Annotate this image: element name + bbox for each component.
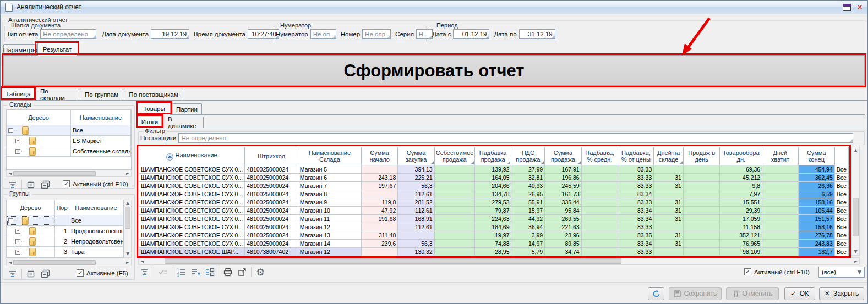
table-cell[interactable]: ШАМПАНСКОЕ СОВЕТСКОЕ СУХ 0... (139, 215, 245, 223)
tree-row[interactable]: +··2Непродовольтсвенные (7, 236, 123, 247)
table-cell[interactable]: 26,95 (511, 190, 545, 198)
column-header-8[interactable]: Сумма продажа (545, 147, 582, 165)
table-cell[interactable]: 23,96 (545, 231, 582, 240)
filter-icon[interactable] (7, 268, 18, 279)
table-cell[interactable]: 83,33 (618, 165, 654, 174)
table-row[interactable]: ШАМПАНСКОЕ СОВЕТСКОЕ СУХ 0...48100250000… (139, 165, 849, 174)
sklady-hscroll-thumb[interactable] (13, 171, 96, 176)
table-cell[interactable]: Магазин 6 (298, 174, 361, 182)
table-cell[interactable]: Все (834, 207, 848, 215)
table-cell[interactable] (361, 190, 397, 198)
cancel-button[interactable]: Отменить (726, 287, 779, 300)
table-cell[interactable]: 105,44 (798, 207, 834, 215)
table-cell[interactable]: 276,78 (798, 231, 834, 240)
sklady-tree-table[interactable]: ДеревоНаименование−··Все+··LS Маркет+··С… (6, 109, 132, 170)
table-cell[interactable]: 56,3 (398, 240, 434, 248)
gruppy-vscroll-thumb[interactable] (125, 207, 130, 229)
table-cell[interactable]: 44,92 (511, 215, 545, 223)
table-cell[interactable]: 239,6 (361, 240, 397, 248)
table-cell[interactable]: 15,551 (720, 198, 762, 207)
table-cell[interactable]: 184,69 (474, 223, 511, 231)
tree-row[interactable]: −··Все (7, 125, 131, 136)
table-cell[interactable]: ШАМПАНСКОЕ СОВЕТСКОЕ СУХ 0... (139, 174, 245, 182)
table-cell[interactable] (683, 215, 719, 223)
table-cell[interactable]: 55,91 (511, 198, 545, 207)
filter-icon[interactable] (7, 179, 18, 190)
scroll-left-icon[interactable]: ◄ (7, 260, 13, 265)
table-cell[interactable] (654, 223, 684, 231)
table-cell[interactable]: Все (834, 223, 848, 231)
restore-window-icon[interactable] (843, 4, 851, 11)
table-cell[interactable] (434, 174, 474, 182)
table-cell[interactable]: Магазин 13 (298, 231, 361, 240)
scroll-down-icon[interactable]: ▼ (126, 251, 129, 257)
report-table[interactable]: НаименованиеШтрихкодНаименование СкладаС… (139, 147, 849, 256)
table-cell[interactable] (683, 190, 719, 198)
table-cell[interactable] (581, 174, 618, 182)
table-cell[interactable] (654, 248, 684, 256)
table-cell[interactable]: Все (834, 215, 848, 223)
table-cell[interactable]: Магазин 10 (298, 207, 361, 215)
table-cell[interactable] (762, 182, 798, 190)
tab-partii[interactable]: Партии (172, 103, 202, 115)
table-cell[interactable]: 15,97 (511, 207, 545, 215)
table-cell[interactable]: ШАМПАНСКОЕ СОВЕТСКОЕ СУХ 0... (139, 240, 245, 248)
table-cell[interactable]: 40,93 (511, 182, 545, 190)
table-row[interactable]: ШАМПАНСКОЕ СОВЕТСКОЕ СУХ 0...48100250000… (139, 198, 849, 207)
tree-cell-name[interactable]: Все (71, 125, 131, 135)
column-header-15[interactable]: Сумма конец (798, 147, 834, 165)
table-cell[interactable]: 4810025000024 (245, 165, 298, 174)
tree-row[interactable]: +··Собственные склады (7, 146, 131, 157)
table-cell[interactable]: Все (834, 174, 848, 182)
table-cell[interactable]: 89,85 (545, 240, 582, 248)
numerator-field[interactable]: Не оп... (310, 29, 336, 39)
table-cell[interactable]: Магазин 9 (298, 198, 361, 207)
table-cell[interactable]: 83,34 (618, 215, 654, 223)
table-hscrollbar[interactable]: ◄ ► (138, 257, 860, 265)
table-cell[interactable]: 112,61 (398, 190, 434, 198)
save-button[interactable]: Сохранить (669, 287, 722, 300)
column-header-7[interactable]: НДС продажа (511, 147, 545, 165)
table-cell[interactable]: 224,63 (474, 215, 511, 223)
table-cell[interactable] (683, 174, 719, 182)
table-cell[interactable]: 31 (654, 182, 684, 190)
table-cell[interactable]: 31 (654, 207, 684, 215)
table-cell[interactable] (434, 190, 474, 198)
tree-header-2[interactable]: Наименование (69, 200, 123, 215)
table-cell[interactable]: 112,61 (398, 223, 434, 231)
scroll-right-icon[interactable]: ► (853, 259, 859, 264)
table-cell[interactable]: ШАМПАНСКОЕ СОВЕТСКОЕ ШАР... (139, 248, 245, 256)
table-cell[interactable]: 158,16 (798, 223, 834, 231)
numbered-list-icon[interactable]: 123 (176, 267, 187, 278)
collapse-all-icon[interactable] (40, 179, 51, 190)
table-cell[interactable] (762, 215, 798, 223)
table-cell[interactable]: 32,81 (511, 174, 545, 182)
table-cell[interactable]: Магазин 14 (298, 240, 361, 248)
table-cell[interactable] (683, 223, 719, 231)
tree-row[interactable]: +··LS Маркет (7, 136, 131, 146)
table-cell[interactable]: Магазин 5 (298, 165, 361, 174)
table-cell[interactable]: Магазин 12 (298, 223, 361, 231)
tab-v-dinamike[interactable]: В динамике (163, 117, 204, 128)
scroll-up-icon[interactable]: ▲ (854, 147, 857, 154)
table-cell[interactable]: 196,86 (545, 174, 582, 182)
table-cell[interactable] (654, 165, 684, 174)
table-cell[interactable]: 36,94 (511, 223, 545, 231)
table-cell[interactable]: 34,74 (545, 248, 582, 256)
gruppy-vscrollbar[interactable]: ▲ ▼ (124, 200, 132, 258)
table-cell[interactable]: 83,35 (618, 231, 654, 240)
date-to-field[interactable]: 31.12.19 (519, 29, 555, 39)
scroll-right-icon[interactable]: ► (124, 171, 131, 176)
table-cell[interactable]: 29,39 (720, 207, 762, 215)
table-cell[interactable]: 164,05 (474, 174, 511, 182)
table-cell[interactable]: 83,33 (618, 174, 654, 182)
table-cell[interactable] (581, 198, 618, 207)
gruppy-active-checkbox[interactable]: ✓ Активные (F5) (77, 269, 128, 277)
table-cell[interactable] (683, 182, 719, 190)
tree-header-1[interactable]: Пор (55, 200, 69, 215)
table-cell[interactable] (581, 165, 618, 174)
table-cell[interactable]: ШАМПАНСКОЕ СОВЕТСКОЕ СУХ 0... (139, 198, 245, 207)
table-cell[interactable] (683, 248, 719, 256)
table-cell[interactable] (654, 190, 684, 198)
table-row[interactable]: ШАМПАНСКОЕ СОВЕТСКОЕ СУХ 0...48100250000… (139, 223, 849, 231)
